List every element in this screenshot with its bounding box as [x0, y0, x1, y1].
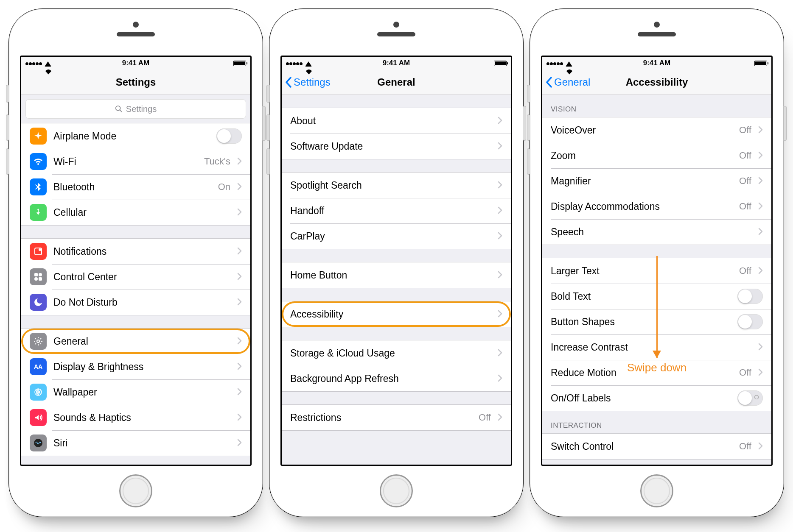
row-control-center[interactable]: Control Center [21, 264, 250, 290]
row-notifications[interactable]: Notifications [21, 239, 250, 264]
search-input[interactable]: Settings [25, 99, 246, 119]
chevron-right-icon [758, 441, 763, 452]
toggle[interactable] [737, 289, 763, 304]
row-label: Background App Refresh [290, 373, 491, 384]
settings-group: RestrictionsOff [282, 404, 511, 431]
row-label: Speech [551, 226, 751, 238]
phone-3: 9:41 AM General Accessibility VISIONVoic… [530, 8, 784, 524]
row-software-update[interactable]: Software Update [282, 134, 511, 159]
row-label: Magnifier [551, 175, 732, 187]
search-placeholder: Settings [126, 104, 157, 114]
chevron-right-icon [237, 181, 242, 193]
status-bar: 9:41 AM [21, 57, 250, 70]
settings-group: NotificationsControl CenterDo Not Distur… [21, 238, 250, 315]
chevron-right-icon [758, 367, 763, 379]
chevron-right-icon [758, 442, 763, 450]
status-time: 9:41 AM [542, 59, 771, 67]
toggle[interactable] [737, 314, 763, 329]
row-switch-control[interactable]: Switch ControlOff [542, 434, 771, 459]
row-general[interactable]: General [21, 329, 250, 354]
row-storage-icloud-usage[interactable]: Storage & iCloud Usage [282, 340, 511, 366]
row-accessibility[interactable]: Accessibility [282, 301, 511, 327]
toggle[interactable] [216, 128, 242, 144]
chevron-left-icon [285, 77, 292, 88]
chevron-right-icon [237, 157, 242, 165]
chevron-right-icon [498, 271, 502, 279]
chevron-right-icon [498, 309, 502, 320]
row-label: Notifications [53, 246, 230, 257]
row-siri[interactable]: Siri [21, 430, 250, 456]
row-carplay[interactable]: CarPlay [282, 223, 511, 249]
row-sounds-haptics[interactable]: Sounds & Haptics [21, 405, 250, 430]
chevron-right-icon [758, 177, 763, 184]
row-speech[interactable]: Speech [542, 219, 771, 245]
chevron-right-icon [498, 349, 502, 357]
row-larger-text[interactable]: Larger TextOff [542, 258, 771, 284]
control-center-icon [30, 268, 47, 285]
row-increase-contrast[interactable]: Increase Contrast [542, 334, 771, 360]
svg-point-14 [34, 439, 42, 447]
row-on-off-labels[interactable]: On/Off Labels [542, 385, 771, 411]
row-reduce-motion[interactable]: Reduce MotionOff [542, 360, 771, 385]
row-about[interactable]: About [282, 108, 511, 134]
row-bold-text[interactable]: Bold Text [542, 284, 771, 309]
wifi-icon [566, 60, 573, 66]
chevron-right-icon [237, 387, 242, 398]
row-handoff[interactable]: Handoff [282, 198, 511, 223]
chevron-right-icon [237, 413, 242, 421]
chevron-right-icon [758, 201, 763, 212]
row-restrictions[interactable]: RestrictionsOff [282, 405, 511, 430]
home-button[interactable] [640, 474, 673, 507]
row-button-shapes[interactable]: Button Shapes [542, 309, 771, 334]
row-label: Software Update [290, 141, 491, 152]
row-detail: Off [739, 175, 751, 187]
chevron-right-icon [498, 205, 502, 217]
row-label: Spotlight Search [290, 180, 491, 191]
row-cellular[interactable]: Cellular [21, 200, 250, 225]
row-zoom[interactable]: ZoomOff [542, 143, 771, 168]
siri-icon [30, 435, 47, 451]
cellular-icon [30, 204, 47, 221]
row-magnifier[interactable]: MagnifierOff [542, 168, 771, 194]
toggle[interactable] [737, 390, 763, 406]
row-voiceover[interactable]: VoiceOverOff [542, 117, 771, 143]
row-spotlight-search[interactable]: Spotlight Search [282, 173, 511, 198]
svg-rect-5 [39, 273, 42, 276]
row-background-app-refresh[interactable]: Background App Refresh [282, 366, 511, 391]
nav-bar: General Accessibility [542, 70, 771, 95]
svg-point-8 [37, 340, 39, 343]
status-time: 9:41 AM [21, 59, 250, 67]
wallpaper-icon [30, 384, 47, 401]
row-do-not-disturb[interactable]: Do Not Disturb [21, 290, 250, 315]
chevron-right-icon [237, 336, 242, 347]
row-detail: Off [739, 150, 751, 161]
phone-1: 9:41 AM Settings Settings Airplane ModeW… [8, 8, 263, 524]
row-wi-fi[interactable]: Wi-FiTuck's [21, 149, 250, 174]
settings-group: Spotlight SearchHandoffCarPlay [282, 172, 511, 249]
chevron-right-icon [237, 208, 242, 216]
general-icon [30, 333, 47, 350]
row-airplane-mode[interactable]: Airplane Mode [21, 123, 250, 149]
row-label: Button Shapes [551, 316, 731, 328]
nav-title: Accessibility [626, 76, 688, 88]
settings-group: Airplane ModeWi-FiTuck'sBluetoothOnCellu… [21, 123, 250, 226]
row-home-button[interactable]: Home Button [282, 262, 511, 288]
row-label: Cellular [53, 207, 230, 218]
chevron-right-icon [237, 412, 242, 423]
row-wallpaper[interactable]: Wallpaper [21, 379, 250, 405]
row-display-accommodations[interactable]: Display AccommodationsOff [542, 194, 771, 219]
row-label: Storage & iCloud Usage [290, 348, 491, 359]
home-button[interactable] [380, 474, 413, 507]
chevron-right-icon [237, 183, 242, 190]
chevron-right-icon [758, 265, 763, 277]
row-label: Airplane Mode [53, 131, 210, 142]
row-label: Display Accommodations [551, 201, 732, 212]
row-bluetooth[interactable]: BluetoothOn [21, 174, 250, 200]
row-label: Reduce Motion [551, 367, 732, 379]
chevron-right-icon [498, 232, 502, 240]
home-button[interactable] [119, 474, 152, 507]
row-label: Bluetooth [53, 181, 211, 193]
chevron-right-icon [498, 117, 502, 124]
accessibility-screen[interactable]: 9:41 AM General Accessibility VISIONVoic… [541, 56, 773, 466]
row-display-brightness[interactable]: AADisplay & Brightness [21, 354, 250, 379]
